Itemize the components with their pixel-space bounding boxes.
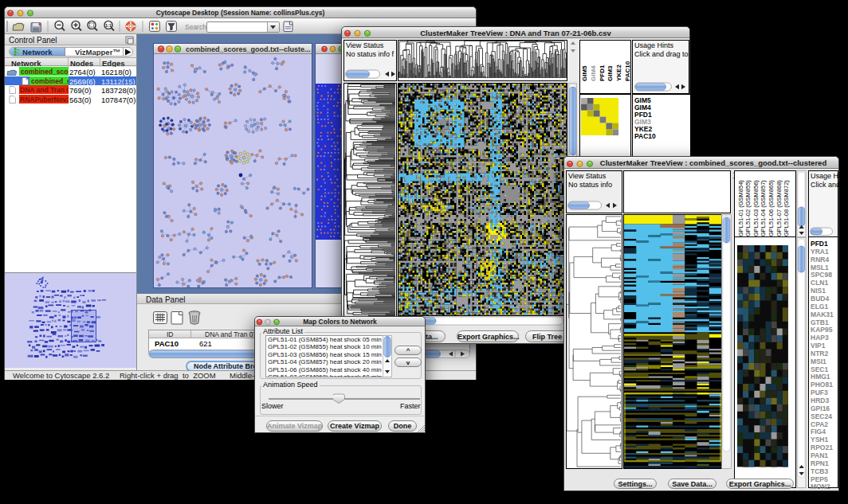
svg-text:1:1: 1:1 xyxy=(105,23,112,28)
svg-text:HMG1: HMG1 xyxy=(811,373,830,381)
svg-text:GPL51-04 (GSM857): GPL51-04 (GSM857) xyxy=(760,180,767,236)
svg-text:GPL51-07 (GSM868): GPL51-07 (GSM868) xyxy=(775,180,783,236)
svg-text:GIM4: GIM4 xyxy=(590,65,597,81)
svg-text:PAC10: PAC10 xyxy=(634,132,656,140)
svg-text:MAK31: MAK31 xyxy=(811,311,834,318)
svg-text:CPA2: CPA2 xyxy=(811,420,828,428)
svg-text:PAN1: PAN1 xyxy=(811,451,828,459)
svg-text:SEC24: SEC24 xyxy=(811,412,832,420)
svg-text:PUF3: PUF3 xyxy=(811,389,828,397)
svg-text:NTR2: NTR2 xyxy=(811,350,828,357)
svg-text:GPL51-01 (GSM854): GPL51-01 (GSM854) xyxy=(737,180,744,236)
svg-text:RPN1: RPN1 xyxy=(811,459,829,467)
svg-text:GIM5: GIM5 xyxy=(581,65,588,81)
svg-text:GPL51-03 (GSM856): GPL51-03 (GSM856) xyxy=(752,180,760,236)
svg-text:GPL51-06 (GSM865): GPL51-06 (GSM865) xyxy=(768,180,775,236)
svg-text:PFD1: PFD1 xyxy=(811,240,828,248)
svg-text:MSI1: MSI1 xyxy=(811,357,826,365)
svg-text:MON2: MON2 xyxy=(811,483,830,490)
svg-text:YKE2: YKE2 xyxy=(615,64,622,81)
svg-text:SEC1: SEC1 xyxy=(811,365,828,373)
svg-text:CLN1: CLN1 xyxy=(811,279,828,287)
svg-text:FIG4: FIG4 xyxy=(811,428,826,436)
svg-text:NIS1: NIS1 xyxy=(811,287,826,295)
svg-text:GPL51-08 (GSM872): GPL51-08 (GSM872) xyxy=(783,180,790,236)
svg-text:PAC10: PAC10 xyxy=(624,61,630,81)
svg-text:YSH1: YSH1 xyxy=(811,436,828,443)
svg-text:BUD4: BUD4 xyxy=(811,295,829,303)
svg-text:MSL1: MSL1 xyxy=(811,264,829,272)
svg-text:GTB1: GTB1 xyxy=(811,318,829,326)
svg-text:HAP3: HAP3 xyxy=(811,334,829,342)
svg-text:PEP5: PEP5 xyxy=(811,475,828,483)
svg-text:KAP95: KAP95 xyxy=(811,326,833,334)
svg-text:TCB3: TCB3 xyxy=(811,467,828,475)
svg-text:PHO81: PHO81 xyxy=(811,381,833,389)
svg-text:GPI16: GPI16 xyxy=(811,404,830,412)
svg-text:RPO21: RPO21 xyxy=(811,443,833,451)
svg-text:ELG1: ELG1 xyxy=(811,303,828,311)
svg-text:PFD1: PFD1 xyxy=(599,64,606,81)
svg-text:HRD3: HRD3 xyxy=(811,397,829,404)
svg-text:SPC98: SPC98 xyxy=(811,271,832,279)
svg-text:YRA1: YRA1 xyxy=(811,248,829,256)
svg-text:GPL51-02 (GSM855): GPL51-02 (GSM855) xyxy=(744,180,752,236)
svg-text:RNR4: RNR4 xyxy=(811,256,829,264)
svg-text:VIP1: VIP1 xyxy=(811,342,826,350)
svg-text:GIM3: GIM3 xyxy=(607,65,614,81)
